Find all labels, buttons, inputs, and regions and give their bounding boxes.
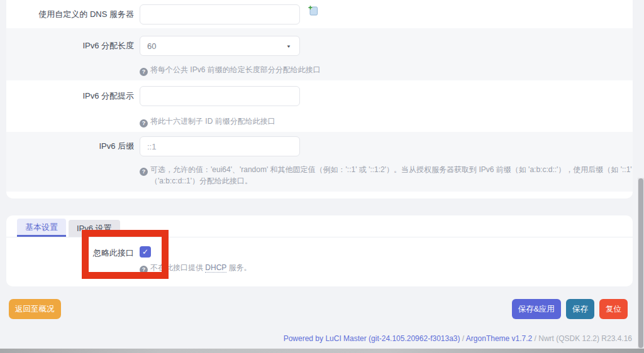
- row-ipv6-alloc-length: IPv6 分配长度 60 ▼ ?将每个公共 IPv6 前缀的给定长度部分分配给此…: [6, 28, 633, 80]
- ipv6-alloc-hint-input[interactable]: [140, 86, 300, 106]
- row-ipv6-alloc-hint: IPv6 分配提示 ?将此十六进制子 ID 前缀分配给此接口: [6, 80, 633, 132]
- dhcp-server-card: 基本设置 IPv6 设置 忽略此接口 ✓ ?不在此接口提供 DHCP 服务。: [6, 215, 633, 286]
- scrollbar-thumb[interactable]: [638, 178, 643, 348]
- ipv6-suffix-help: ?可选，允许的值：'eui64'、'random' 和其他固定值（例如：'::1…: [140, 165, 633, 187]
- form-action-buttons: 保存&应用 保存 复位: [512, 299, 628, 319]
- argon-theme-link[interactable]: ArgonTheme v1.7.2: [466, 334, 532, 343]
- save-and-apply-button[interactable]: 保存&应用: [512, 299, 561, 319]
- row-custom-dns: 使用自定义的 DNS 服务器: [6, 0, 633, 28]
- page-footer: Powered by LuCI Master (git-24.105.20962…: [284, 334, 632, 343]
- save-button[interactable]: 保存: [566, 299, 594, 319]
- ipv6-suffix-label: IPv6 后缀: [6, 136, 134, 156]
- ipv6-alloc-length-label: IPv6 分配长度: [6, 36, 134, 56]
- ipv6-suffix-input[interactable]: [140, 136, 300, 156]
- help-icon: ?: [140, 168, 148, 176]
- luci-interface-settings-page: { "form": { "dns": { "label": "使用自定义的 DN…: [0, 0, 644, 353]
- custom-dns-label: 使用自定义的 DNS 服务器: [6, 4, 134, 24]
- add-dns-entry-button[interactable]: [306, 4, 319, 17]
- help-icon: ?: [140, 68, 148, 76]
- back-to-overview-button[interactable]: 返回至概况: [9, 299, 61, 319]
- ipv6-alloc-length-help: ?将每个公共 IPv6 前缀的给定长度部分分配给此接口: [140, 65, 321, 76]
- dhcp-abbr-link[interactable]: DHCP: [205, 263, 226, 273]
- tab-ipv6-settings[interactable]: IPv6 设置: [69, 220, 120, 237]
- window-bottom-edge: [0, 349, 644, 353]
- row-ipv6-suffix: IPv6 后缀 ?可选，允许的值：'eui64'、'random' 和其他固定值…: [6, 132, 633, 192]
- custom-dns-input[interactable]: [140, 4, 300, 24]
- ipv6-alloc-length-value: 60: [147, 41, 156, 51]
- help-icon: ?: [140, 266, 148, 274]
- chevron-down-icon: ▼: [286, 44, 291, 48]
- luci-version-link[interactable]: Powered by LuCI Master (git-24.105.20962…: [284, 334, 460, 343]
- ignore-interface-label: 忽略此接口: [6, 247, 134, 259]
- ipv6-alloc-length-select[interactable]: 60 ▼: [140, 36, 300, 56]
- dhcp-tab-bar: 基本设置 IPv6 设置: [6, 215, 633, 237]
- checkmark-icon: ✓: [142, 247, 148, 256]
- add-item-icon: [307, 4, 319, 16]
- reset-button[interactable]: 复位: [599, 299, 628, 319]
- ignore-interface-help: ?不在此接口提供 DHCP 服务。: [140, 263, 251, 274]
- interface-settings-card: 使用自定义的 DNS 服务器 IPv6 分配长度 60 ▼ ?将每个公共 IPv…: [6, 0, 633, 198]
- help-icon: ?: [140, 119, 148, 128]
- ignore-interface-checkbox[interactable]: ✓: [140, 246, 151, 258]
- tab-basic-settings[interactable]: 基本设置: [17, 219, 66, 237]
- ipv6-alloc-hint-label: IPv6 分配提示: [6, 86, 134, 106]
- ipv6-alloc-hint-help: ?将此十六进制子 ID 前缀分配给此接口: [140, 116, 275, 128]
